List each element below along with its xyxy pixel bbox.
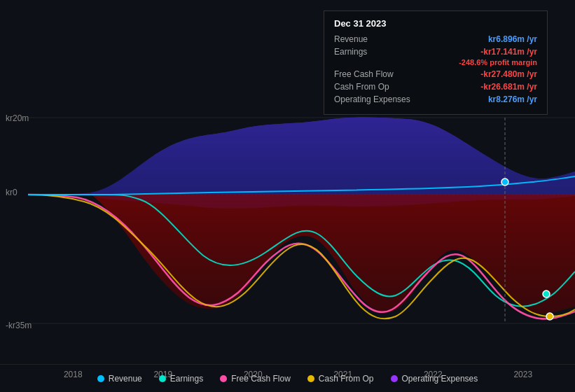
- legend-dot-opex: [391, 375, 398, 382]
- legend-dot-cashfromop: [307, 375, 314, 382]
- tooltip-row-fcf: Free Cash Flow -kr27.480m /yr: [334, 69, 537, 79]
- tooltip-label-fcf: Free Cash Flow: [334, 69, 394, 79]
- svg-point-6: [546, 313, 553, 320]
- y-label-top: kr20m: [6, 113, 29, 123]
- legend-item-revenue[interactable]: Revenue: [97, 374, 142, 384]
- legend-label-revenue: Revenue: [109, 374, 142, 384]
- tooltip-date: Dec 31 2023: [334, 18, 537, 29]
- tooltip-row-cashfromop: Cash From Op -kr26.681m /yr: [334, 82, 537, 92]
- legend-label-cashfromop: Cash From Op: [319, 374, 374, 384]
- legend-dot-earnings: [159, 375, 166, 382]
- legend-dot-fcf: [220, 375, 227, 382]
- y-label-mid: kr0: [6, 188, 18, 197]
- legend-item-opex[interactable]: Operating Expenses: [391, 374, 478, 384]
- tooltip-margin-row: -248.6% profit margin: [334, 58, 537, 66]
- tooltip-row-earnings: Earnings -kr17.141m /yr: [334, 47, 537, 57]
- tooltip: Dec 31 2023 Revenue kr6.896m /yr Earning…: [324, 10, 548, 115]
- legend-label-opex: Operating Expenses: [402, 374, 478, 384]
- legend-label-fcf: Free Cash Flow: [231, 374, 291, 384]
- tooltip-value-earnings: -kr17.141m /yr: [480, 47, 537, 57]
- y-label-bot: -kr35m: [6, 321, 32, 330]
- tooltip-row-opex: Operating Expenses kr8.276m /yr: [334, 94, 537, 104]
- legend-label-earnings: Earnings: [170, 374, 203, 384]
- tooltip-value-margin: -248.6% profit margin: [459, 58, 537, 66]
- legend-item-fcf[interactable]: Free Cash Flow: [220, 374, 291, 384]
- tooltip-label-revenue: Revenue: [334, 34, 368, 44]
- tooltip-value-cashfromop: -kr26.681m /yr: [480, 82, 537, 92]
- legend-item-earnings[interactable]: Earnings: [159, 374, 203, 384]
- tooltip-value-opex: kr8.276m /yr: [488, 94, 537, 104]
- legend-dot-revenue: [97, 375, 104, 382]
- svg-point-5: [543, 290, 550, 298]
- tooltip-value-fcf: -kr27.480m /yr: [480, 69, 537, 79]
- legend: Revenue Earnings Free Cash Flow Cash Fro…: [0, 364, 575, 392]
- legend-item-cashfromop[interactable]: Cash From Op: [307, 374, 374, 384]
- tooltip-label-cashfromop: Cash From Op: [334, 82, 389, 92]
- tooltip-value-revenue: kr6.896m /yr: [488, 34, 537, 44]
- tooltip-label-earnings: Earnings: [334, 47, 367, 57]
- tooltip-row-revenue: Revenue kr6.896m /yr: [334, 34, 537, 44]
- tooltip-label-opex: Operating Expenses: [334, 94, 410, 104]
- svg-point-4: [501, 178, 508, 186]
